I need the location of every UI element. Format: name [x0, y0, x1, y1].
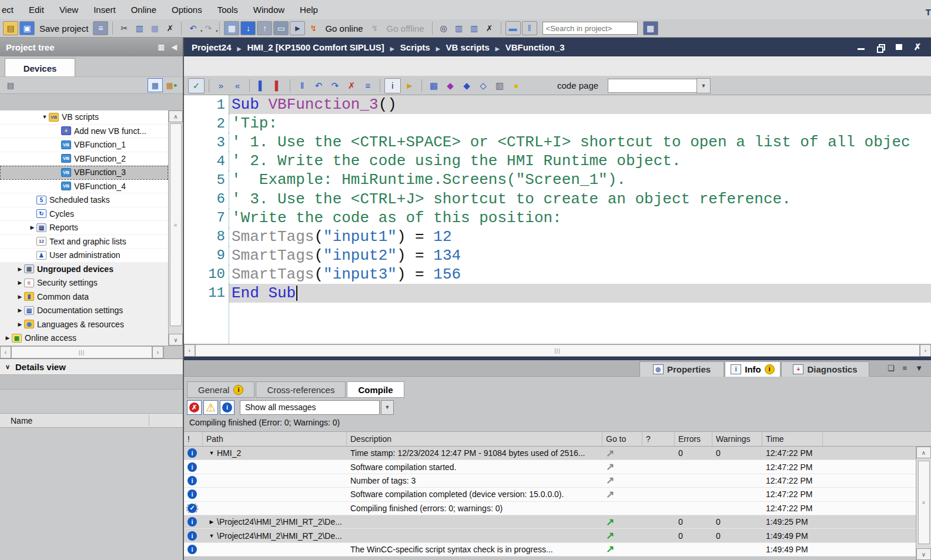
search-input[interactable]: [542, 22, 638, 35]
menu-item-options[interactable]: Options: [164, 0, 210, 19]
breadcrumb-item[interactable]: VB scripts: [446, 42, 490, 52]
menu-item-tools[interactable]: Tools: [210, 0, 246, 19]
message-row[interactable]: iThe WinCC-specific script syntax check …: [184, 543, 916, 556]
chevron-closed-icon[interactable]: ▶: [16, 294, 24, 300]
message-row[interactable]: i▶\Project24\HMI_2\HMI_RT_2\De...↗001:49…: [184, 515, 916, 529]
code-line-content[interactable]: 'Tip:: [229, 114, 931, 133]
tab-properties[interactable]: ◎ Properties: [639, 361, 724, 377]
tree-item-online-access[interactable]: ▶▦Online access: [0, 331, 168, 346]
go-online-icon[interactable]: ↯: [306, 22, 320, 35]
tree-item-cycles[interactable]: ↻Cycles: [0, 207, 168, 222]
save-project-icon[interactable]: ▣: [19, 21, 35, 35]
chevron-closed-icon[interactable]: ▶: [16, 266, 24, 272]
chevron-closed-icon[interactable]: ▶: [16, 307, 24, 313]
redo-icon[interactable]: ↷▾: [201, 22, 215, 35]
minimize-icon[interactable]: [857, 43, 865, 51]
collapse-panel-icon[interactable]: ◀: [172, 43, 177, 51]
code-line-4[interactable]: 4' 2. Write the code using the HMI Runti…: [184, 152, 931, 170]
details-view-header[interactable]: ∨ Details view: [0, 358, 183, 375]
tag-outline-icon[interactable]: ◇: [475, 79, 491, 93]
column-time[interactable]: Time: [762, 432, 823, 446]
goto-arrow-icon[interactable]: ↗: [606, 474, 614, 487]
goto-cell[interactable]: ↗: [602, 474, 642, 487]
goto-cell[interactable]: ↗: [602, 529, 642, 542]
go-offline-icon[interactable]: ↯: [368, 22, 382, 35]
maximize-icon[interactable]: [895, 43, 903, 51]
paste-icon[interactable]: ▦: [148, 22, 162, 35]
code-line-11[interactable]: 11End Sub: [184, 284, 931, 303]
indent-icon[interactable]: »: [213, 79, 229, 93]
tree-item-vb-scripts[interactable]: ▼VBVB scripts: [0, 110, 168, 125]
code-line-7[interactable]: 7'Write the code as of this position:: [184, 209, 931, 227]
goto-cell[interactable]: ↗: [602, 461, 642, 473]
code-line-content[interactable]: SmartTags("input2") = 134: [229, 246, 931, 265]
tree-item-ungrouped-devices[interactable]: ▶▦Ungrouped devices: [0, 263, 168, 277]
tree-item-reports[interactable]: ▶▤Reports: [0, 221, 168, 235]
code-horizontal-scrollbar[interactable]: ‹ ||| ›: [184, 344, 931, 357]
scroll-down-icon[interactable]: ∨: [916, 548, 931, 560]
start-cpu-window-icon[interactable]: ▥: [452, 22, 466, 35]
breadcrumb-item[interactable]: VBFunction_3: [505, 42, 565, 52]
code-line-2[interactable]: 2'Tip:: [184, 114, 931, 133]
delete-icon[interactable]: ✗: [163, 22, 177, 35]
code-line-content[interactable]: SmartTags("input3") = 156: [229, 265, 931, 284]
code-line-8[interactable]: 8SmartTags("input1") = 12: [184, 227, 931, 246]
code-line-content[interactable]: ' 3. Use the <CTRL+J> shortcut to create…: [229, 189, 931, 208]
pin-panel-icon[interactable]: ▥: [158, 43, 164, 51]
tree-item-scheduled-tasks[interactable]: 5Scheduled tasks: [0, 193, 168, 207]
delete-bookmark-icon[interactable]: ▌: [270, 79, 286, 93]
chevron-open-icon[interactable]: ▼: [206, 533, 217, 539]
previous-position-icon[interactable]: ↶: [311, 79, 326, 93]
float-panel-icon[interactable]: ❏: [888, 364, 895, 373]
subtab-compile[interactable]: Compile: [347, 381, 404, 398]
scroll-up-icon[interactable]: ∧: [169, 110, 183, 122]
code-editor[interactable]: 1Sub VBFunction_3()2'Tip:3' 1. Use the <…: [184, 95, 931, 344]
go-online-label[interactable]: Go online: [325, 24, 363, 33]
define-tag-purple-icon[interactable]: ◆: [443, 79, 458, 93]
menu-item-window[interactable]: Window: [246, 0, 292, 19]
menu-item-view[interactable]: View: [52, 0, 86, 19]
column-path[interactable]: Path: [203, 432, 347, 446]
message-row[interactable]: iSoftware compilation started.↗12:47:22 …: [184, 460, 916, 474]
save-project-label[interactable]: Save project: [39, 24, 88, 33]
tree-horizontal-scrollbar[interactable]: ‹ ||| ›: [0, 346, 183, 358]
column-help[interactable]: ?: [642, 432, 675, 446]
message-row[interactable]: i▼HMI_2Time stamp: 12/23/2024 12:47 PM -…: [184, 447, 916, 460]
tab-devices[interactable]: Devices: [5, 58, 75, 78]
details-columns-icon[interactable]: ▦: [148, 78, 163, 92]
details-name-header[interactable]: Name: [0, 413, 183, 428]
tree-vertical-scrollbar[interactable]: ∧ ≡ ∨: [168, 110, 183, 346]
code-line-content[interactable]: ' 1. Use the <CTRL+SPACE> or <CTRL+I> sh…: [229, 133, 931, 152]
column-goto[interactable]: Go to: [602, 432, 642, 446]
code-page-dropdown-icon[interactable]: ▼: [696, 78, 711, 93]
chevron-closed-icon[interactable]: ▶: [4, 335, 12, 341]
filter-warnings-icon[interactable]: ⚠: [203, 400, 218, 415]
download-to-device-icon[interactable]: ↓: [240, 21, 256, 35]
chevron-down-icon[interactable]: ∨: [0, 363, 15, 371]
outdent-icon[interactable]: «: [230, 79, 245, 93]
upload-from-device-icon[interactable]: ↑: [257, 21, 272, 35]
tree-item-security-settings[interactable]: ▶≡Security settings: [0, 276, 168, 290]
code-line-6[interactable]: 6' 3. Use the <CTRL+J> shortcut to creat…: [184, 189, 931, 208]
chevron-closed-icon[interactable]: ▶: [16, 280, 24, 286]
accessible-devices-icon[interactable]: ◎: [437, 22, 451, 35]
code-page-select[interactable]: [608, 79, 697, 93]
breadcrumb-item[interactable]: Project24: [192, 42, 232, 52]
enable-go-icon[interactable]: ▦►: [165, 79, 179, 92]
goto-definition-icon[interactable]: ≡: [360, 79, 376, 93]
menu-item-edit[interactable]: Edit: [21, 0, 52, 19]
subtab-general[interactable]: General i: [187, 381, 254, 398]
set-bookmark-icon[interactable]: ▌: [254, 79, 269, 93]
breakpoint-icon[interactable]: ‖: [294, 79, 310, 93]
scroll-thumb[interactable]: |||: [195, 344, 920, 357]
scroll-down-icon[interactable]: ∨: [169, 334, 183, 346]
menu-item-insert[interactable]: Insert: [86, 0, 123, 19]
rename-tag-icon[interactable]: i: [384, 78, 401, 93]
restore-icon[interactable]: [876, 43, 884, 51]
stop-cpu-window-icon[interactable]: ▥: [467, 22, 481, 35]
project-library-icon[interactable]: ▦: [643, 21, 658, 35]
code-line-1[interactable]: 1Sub VBFunction_3(): [184, 95, 931, 114]
tab-info[interactable]: i Info i: [725, 361, 781, 377]
select-tool-icon[interactable]: ►: [402, 79, 417, 93]
code-line-content[interactable]: ' 2. Write the code using the HMI Runtim…: [229, 152, 931, 170]
